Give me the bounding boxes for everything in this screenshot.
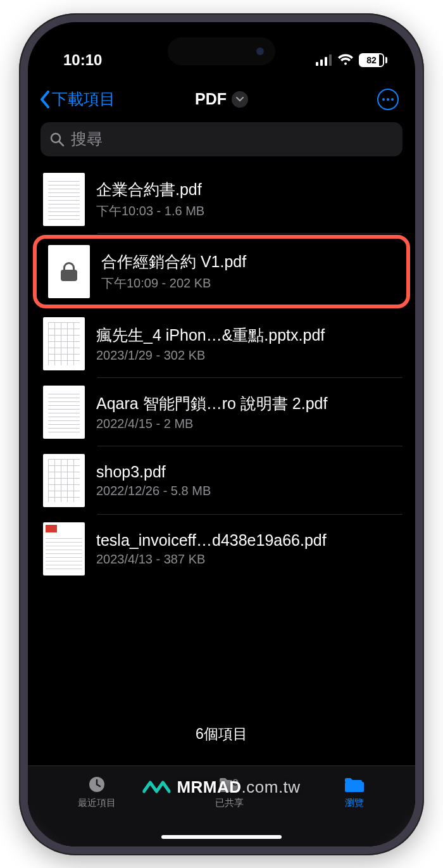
watermark-brand: MRMAD: [177, 777, 241, 796]
tab-label: 瀏覽: [345, 797, 364, 809]
file-meta: 下午10:09 - 202 KB: [101, 275, 397, 292]
battery-indicator: 82: [359, 53, 387, 67]
battery-percent: 82: [366, 55, 377, 65]
svg-rect-10: [345, 782, 364, 792]
file-meta: 2022/12/26 - 5.8 MB: [96, 484, 402, 498]
svg-rect-2: [325, 57, 327, 66]
file-thumbnail: [43, 173, 85, 226]
file-thumbnail: [43, 386, 85, 439]
clock-icon: [85, 775, 108, 794]
file-row[interactable]: 企業合約書.pdf 下午10:03 - 1.6 MB: [28, 165, 415, 234]
file-name: 企業合約書.pdf: [96, 179, 402, 200]
home-indicator[interactable]: [161, 835, 282, 839]
navigation-bar: 下載項目 PDF: [28, 79, 415, 118]
file-row[interactable]: 瘋先生_4 iPhon…&重點.pptx.pdf 2023/1/29 - 302…: [28, 310, 415, 378]
file-name: tesla_invoiceff…d438e19a66.pdf: [96, 531, 402, 550]
screen: 10:10 82 下載項目 PDF: [28, 22, 415, 846]
file-thumbnail: [43, 522, 85, 576]
search-icon: [49, 132, 65, 147]
page-title: PDF: [195, 90, 227, 108]
ellipsis-icon: [382, 98, 394, 101]
file-meta: 下午10:03 - 1.6 MB: [96, 203, 402, 220]
tab-browse[interactable]: 瀏覽: [343, 775, 366, 809]
tab-label: 已共享: [215, 797, 244, 809]
file-row[interactable]: Aqara 智能門鎖…ro 說明書 2.pdf 2022/4/15 - 2 MB: [28, 378, 415, 446]
search-placeholder: 搜尋: [71, 129, 103, 149]
file-meta: 2022/4/15 - 2 MB: [96, 417, 402, 431]
svg-rect-1: [320, 60, 323, 66]
dynamic-island: [168, 37, 275, 65]
file-thumbnail: [43, 454, 85, 507]
file-row-highlighted[interactable]: 合作經銷合約 V1.pdf 下午10:09 - 202 KB: [33, 235, 410, 308]
watermark-suffix: .com.tw: [242, 777, 301, 796]
back-button[interactable]: 下載項目: [39, 89, 115, 110]
file-name: 瘋先生_4 iPhon…&重點.pptx.pdf: [96, 325, 402, 346]
back-label: 下載項目: [52, 89, 115, 110]
file-meta: 2023/1/29 - 302 KB: [96, 348, 402, 363]
svg-line-5: [59, 141, 64, 146]
status-time: 10:10: [63, 51, 102, 69]
watermark: MRMAD.com.tw: [142, 777, 300, 797]
cellular-icon: [316, 54, 332, 66]
chevron-down-icon: [236, 97, 244, 102]
file-row[interactable]: tesla_invoiceff…d438e19a66.pdf 2023/4/13…: [28, 515, 415, 583]
file-list: 企業合約書.pdf 下午10:03 - 1.6 MB 合作經銷合約 V1.pdf…: [28, 163, 415, 583]
wifi-icon: [337, 54, 354, 66]
file-name: 合作經銷合約 V1.pdf: [101, 251, 397, 272]
svg-rect-0: [316, 62, 318, 66]
tab-label: 最近項目: [78, 797, 116, 809]
file-meta: 2023/4/13 - 387 KB: [96, 552, 402, 567]
chevron-left-icon: [39, 91, 51, 108]
folder-icon: [343, 775, 366, 794]
file-name: shop3.pdf: [96, 463, 402, 481]
tab-recents[interactable]: 最近項目: [78, 775, 116, 809]
file-thumbnail: [43, 317, 85, 370]
file-thumbnail-locked: [48, 245, 90, 298]
lock-icon: [61, 262, 77, 281]
svg-rect-3: [329, 54, 332, 66]
title-menu-button[interactable]: [232, 91, 248, 108]
file-name: Aqara 智能門鎖…ro 說明書 2.pdf: [96, 393, 402, 414]
phone-frame: 10:10 82 下載項目 PDF: [19, 13, 424, 855]
file-row[interactable]: shop3.pdf 2022/12/26 - 5.8 MB: [28, 446, 415, 515]
watermark-logo-icon: [142, 777, 170, 796]
item-count-label: 6個項目: [28, 724, 415, 744]
search-field[interactable]: 搜尋: [41, 122, 402, 156]
more-options-button[interactable]: [377, 89, 399, 110]
